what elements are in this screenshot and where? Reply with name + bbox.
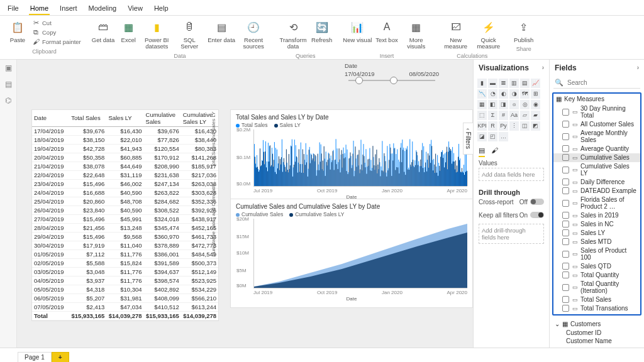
viz-type-icon[interactable]: ⬚ bbox=[477, 111, 487, 120]
field-measure[interactable]: ▭Average Quantity bbox=[553, 145, 640, 153]
viz-type-icon[interactable]: ◩ bbox=[531, 121, 540, 131]
model-view-icon[interactable]: ⌬ bbox=[5, 96, 11, 105]
table-visual[interactable]: DateTotal SalesSales LYCumulative SalesC… bbox=[32, 110, 218, 321]
data-view-icon[interactable]: ▤ bbox=[5, 80, 12, 89]
viz-type-icon[interactable]: ⋮ bbox=[509, 121, 519, 131]
field-measure[interactable]: ▭Sales MTD bbox=[553, 238, 640, 246]
viz-type-icon[interactable]: Py bbox=[499, 121, 508, 131]
viz-type-icon[interactable]: KPI bbox=[477, 121, 487, 131]
chevron-right-icon[interactable]: › bbox=[542, 64, 544, 71]
viz-type-icon[interactable]: 📈 bbox=[531, 79, 540, 88]
date-slicer[interactable]: Date 17/04/201908/05/2020 bbox=[345, 62, 439, 81]
page-tab-1[interactable]: Page 1 bbox=[18, 352, 52, 362]
chart-total-sales[interactable]: Total Sales and Sales LY by Date Total S… bbox=[231, 110, 472, 203]
drillthrough-well[interactable]: Add drill-through fields here bbox=[479, 224, 544, 244]
viz-type-icon[interactable]: ◐ bbox=[499, 89, 508, 99]
viz-type-icon[interactable]: ▰ bbox=[531, 111, 540, 120]
keep-filters-toggle[interactable] bbox=[530, 212, 544, 218]
report-canvas[interactable]: Date 17/04/201908/05/2020 DateTotal Sale… bbox=[17, 60, 473, 348]
format-painter-button[interactable]: 🖌Format painter bbox=[31, 37, 81, 46]
table-row[interactable]: 28/04/2019$21,456$13,248$345,474$452,165 bbox=[32, 223, 218, 232]
add-page-button[interactable]: + bbox=[52, 352, 69, 362]
viz-type-icon[interactable]: 📉 bbox=[477, 89, 487, 99]
quick-measure-button[interactable]: ⚡Quick measure bbox=[474, 18, 503, 50]
viz-type-icon[interactable]: # bbox=[499, 111, 508, 120]
field-measure[interactable]: ▭Cumulative Sales LY bbox=[553, 162, 640, 178]
slicer-handle-end[interactable] bbox=[390, 77, 397, 84]
transform-data-button[interactable]: ⟲Transform data bbox=[279, 18, 308, 50]
viz-type-icon[interactable]: ◨ bbox=[499, 100, 508, 109]
table-row[interactable]: 29/04/2019$15,496$9,568$360,970$461,733 bbox=[32, 232, 218, 241]
filters-collapsed[interactable]: ‹ Filters bbox=[463, 123, 473, 155]
viz-type-icon[interactable]: R bbox=[488, 121, 497, 131]
table-row[interactable]: 30/04/2019$17,919$11,040$378,889$472,773 bbox=[32, 241, 218, 250]
field-customer-name[interactable]: Customer Name bbox=[552, 337, 641, 345]
table-row[interactable]: 18/04/2019$38,150$22,010$77,826$38,440 bbox=[32, 135, 218, 144]
key-measures-group[interactable]: ▦Key Measures ▭30 Day Running Total▭All … bbox=[552, 92, 641, 315]
report-view-icon[interactable]: ▣ bbox=[5, 63, 12, 72]
chevron-right-icon[interactable]: › bbox=[637, 64, 639, 71]
field-measure[interactable]: ▭Sales LY bbox=[553, 229, 640, 238]
table-row[interactable]: 21/04/2019$38,078$44,649$208,990$185,917 bbox=[32, 162, 218, 170]
menu-insert[interactable]: Insert bbox=[58, 3, 79, 15]
field-measure[interactable]: ▭DATEADD Example bbox=[553, 187, 640, 195]
text-box-button[interactable]: AText box bbox=[375, 18, 397, 50]
menu-home[interactable]: Home bbox=[29, 3, 50, 15]
enter-data-button[interactable]: ▤Enter data bbox=[208, 18, 235, 50]
menu-modeling[interactable]: Modeling bbox=[87, 3, 118, 15]
field-measure[interactable]: ▭Sales in NC bbox=[553, 220, 640, 229]
field-measure[interactable]: ▭Sales in 2019 bbox=[553, 211, 640, 220]
customers-table[interactable]: ⌄▦Customers bbox=[552, 319, 641, 329]
table-row[interactable]: 03/05/2019$3,048$11,776$394,637$512,149 bbox=[32, 267, 218, 276]
values-well[interactable]: Add data fields here bbox=[479, 168, 544, 181]
viz-type-icon[interactable]: ▬ bbox=[488, 79, 497, 88]
table-row[interactable]: 27/04/2019$15,496$45,991$324,018$438,917 bbox=[32, 214, 218, 223]
paste-button[interactable]: 📋 Paste bbox=[8, 18, 28, 46]
pbi-datasets-button[interactable]: ▮Power BI datasets bbox=[142, 18, 171, 50]
table-row[interactable]: 06/05/2019$5,207$31,981$408,099$566,210 bbox=[32, 293, 218, 302]
menu-help[interactable]: Help bbox=[153, 3, 170, 15]
table-row[interactable]: 25/04/2019$20,860$48,708$284,682$352,336 bbox=[32, 197, 218, 206]
table-row[interactable]: 17/04/2019$39,676$16,430$39,676$16,430 bbox=[32, 126, 218, 135]
table-row[interactable]: 24/04/2019$16,688$40,590$263,822$303,628 bbox=[32, 188, 218, 197]
cut-button[interactable]: ✂Cut bbox=[31, 18, 81, 27]
slicer-handle-start[interactable] bbox=[355, 77, 363, 84]
excel-button[interactable]: ▦Excel bbox=[118, 18, 138, 50]
viz-type-icon[interactable]: ◪ bbox=[477, 132, 487, 141]
viz-type-icon[interactable]: … bbox=[499, 132, 508, 141]
table-row[interactable]: 07/05/2019$2,413$47,034$410,512$613,244 bbox=[32, 302, 218, 311]
table-row[interactable]: 02/05/2019$5,588$15,824$391,589$500,373 bbox=[32, 258, 218, 267]
slicer-track[interactable] bbox=[348, 80, 435, 81]
search-input[interactable] bbox=[566, 79, 644, 87]
viz-type-icon[interactable]: Σ bbox=[488, 111, 497, 120]
table-row[interactable]: 19/04/2019$42,728$41,943$120,554$80,383 bbox=[32, 144, 218, 153]
get-data-button[interactable]: 🗃Get data bbox=[92, 18, 114, 50]
viz-type-icon[interactable]: ◑ bbox=[509, 89, 519, 99]
fields-search[interactable]: 🔍 bbox=[553, 77, 640, 89]
viz-gallery[interactable]: ▮▬〓▥▤📈📉◔◐◑🗺⊞▦◧◨⌾◎◉⬚Σ#Aa▱▰KPIRPy⋮◫◩◪◰… bbox=[474, 76, 549, 144]
sql-server-button[interactable]: 🛢SQL Server bbox=[175, 18, 204, 50]
viz-type-icon[interactable]: ◉ bbox=[531, 100, 540, 109]
menu-view[interactable]: View bbox=[126, 3, 144, 15]
recent-sources-button[interactable]: 🕘Recent sources bbox=[239, 18, 268, 50]
viz-type-icon[interactable]: ▮ bbox=[477, 79, 487, 88]
viz-type-icon[interactable]: ▥ bbox=[509, 79, 519, 88]
field-measure[interactable]: ▭Total Quantity (Iteration) bbox=[553, 280, 640, 295]
field-measure[interactable]: ▭Daily Difference bbox=[553, 178, 640, 187]
viz-type-icon[interactable]: ◧ bbox=[488, 100, 497, 109]
table-row[interactable]: 05/05/2019$4,318$10,304$402,892$534,229 bbox=[32, 285, 218, 293]
col-header[interactable]: Total Sales bbox=[69, 110, 106, 127]
col-header[interactable]: Sales LY bbox=[106, 110, 143, 127]
menu-file[interactable]: File bbox=[6, 3, 20, 15]
field-measure[interactable]: ▭Total Quantity bbox=[553, 271, 640, 280]
viz-type-icon[interactable]: ⌾ bbox=[509, 100, 519, 109]
viz-type-icon[interactable]: ⊞ bbox=[531, 89, 540, 99]
viz-type-icon[interactable]: ◎ bbox=[520, 100, 530, 109]
viz-type-icon[interactable]: 〓 bbox=[499, 79, 508, 88]
table-row[interactable]: 01/05/2019$7,112$11,776$386,001$484,549 bbox=[32, 250, 218, 258]
viz-type-icon[interactable]: ▤ bbox=[520, 79, 530, 88]
new-measure-button[interactable]: 🗠New measure bbox=[441, 18, 470, 50]
field-measure[interactable]: ▭Total Transations bbox=[553, 304, 640, 313]
col-header[interactable]: Date bbox=[32, 110, 69, 127]
viz-type-icon[interactable]: ◫ bbox=[520, 121, 530, 131]
